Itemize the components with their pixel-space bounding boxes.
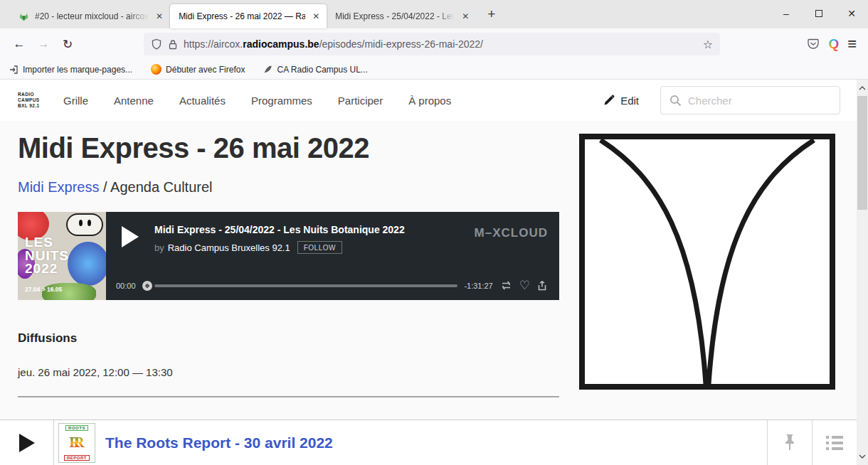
tab-title: Midi Express - 25/04/2022 - Les Nuit: [335, 11, 455, 21]
page-viewport: RADIO CAMPUS BXL 92.1 Grille Antenne Act…: [0, 80, 868, 465]
section-divider: [18, 396, 559, 397]
nav-item-antenne[interactable]: Antenne: [114, 95, 154, 107]
favorite-heart-icon[interactable]: ♡: [519, 279, 530, 292]
tab-strip: #20 - lecteur mixcloud - aircox ✕ Midi E…: [0, 0, 868, 28]
back-button[interactable]: ←: [7, 33, 31, 55]
diffusions-heading: Diffusions: [18, 331, 559, 346]
close-window-button[interactable]: ✕: [835, 0, 868, 27]
logo-line: RADIO: [18, 92, 51, 97]
new-tab-button[interactable]: +: [487, 6, 495, 22]
now-playing-title-link[interactable]: The Roots Report - 30 avril 2022: [105, 434, 333, 451]
tab-close-icon[interactable]: ✕: [312, 11, 319, 21]
bookmark-label: Débuter avec Firefox: [166, 65, 245, 75]
page-scrollbar[interactable]: [857, 80, 868, 465]
url-domain: radiocampus.be: [243, 38, 319, 50]
tab-close-icon[interactable]: ✕: [156, 11, 163, 21]
url-text[interactable]: https://aircox.radiocampus.be/episodes/m…: [184, 38, 697, 50]
playlist-button[interactable]: [812, 420, 857, 465]
bottom-player-bar: ROOTS R R REPORT The Roots Report - 30 a…: [0, 419, 857, 465]
nav-item-actualites[interactable]: Actualités: [179, 95, 226, 107]
program-logo-image: [579, 134, 835, 390]
bookmark-label: Importer les marque-pages...: [23, 65, 132, 75]
breadcrumb: Midi Express / Agenda Culturel: [18, 179, 559, 196]
mixcloud-channel-link[interactable]: Radio Campus Bruxelles 92.1: [168, 242, 290, 253]
scroll-down-arrow[interactable]: [857, 451, 868, 462]
tab-title: #20 - lecteur mixcloud - aircox: [35, 11, 149, 21]
mixcloud-play-button[interactable]: [122, 226, 139, 247]
logo-line: CAMPUS: [18, 97, 51, 103]
thumbnail-monogram: R R: [69, 435, 84, 450]
search-input[interactable]: [688, 95, 831, 107]
address-bar[interactable]: https://aircox.radiocampus.be/episodes/m…: [144, 33, 720, 55]
thumbnail-top-label: ROOTS: [65, 425, 88, 431]
nav-item-participer[interactable]: Participer: [338, 95, 383, 107]
edit-button[interactable]: Edit: [603, 95, 639, 107]
breadcrumb-separator: /: [103, 179, 107, 195]
bookmark-ca-radio-campus[interactable]: CA Radio Campus UL...: [263, 65, 367, 75]
reload-button[interactable]: ↻: [55, 33, 80, 55]
by-label: by: [154, 242, 164, 253]
tab-midi-express-26-mai[interactable]: Midi Express - 26 mai 2022 — Radio ✕: [170, 4, 327, 28]
page-content: Midi Express - 26 mai 2022 Midi Express …: [0, 121, 868, 397]
bookmark-import[interactable]: Importer les marque-pages...: [9, 65, 132, 75]
bookmark-label: CA Radio Campus UL...: [277, 65, 367, 75]
pin-button[interactable]: [767, 420, 812, 465]
cloud-eye: [88, 220, 91, 226]
site-nav: Grille Antenne Actualités Programmes Par…: [63, 95, 451, 107]
scrollbar-thumb[interactable]: [857, 96, 867, 210]
tab-midi-express-25-04[interactable]: Midi Express - 25/04/2022 - Les Nuit ✕: [327, 4, 476, 28]
play-button[interactable]: [19, 434, 35, 452]
main-column: Midi Express - 26 mai 2022 Midi Express …: [18, 121, 559, 397]
search-box[interactable]: [660, 86, 840, 114]
page-title: Midi Express - 26 mai 2022: [18, 132, 559, 164]
artwork-dates: 27.04 > 16.05: [25, 286, 62, 293]
minimize-button[interactable]: –: [770, 0, 803, 27]
browser-toolbar: ← → ↻ https://aircox.radiocampus.be/epis…: [0, 28, 868, 60]
feather-icon: [263, 65, 272, 74]
player-actions: [767, 420, 857, 465]
nav-item-a-propos[interactable]: À propos: [408, 95, 451, 107]
mixcloud-logo[interactable]: M–XCLOUD: [475, 226, 548, 240]
edit-label: Edit: [620, 95, 639, 107]
lock-icon[interactable]: [168, 39, 178, 50]
right-column: [579, 121, 835, 397]
diffusion-schedule: jeu. 26 mai 2022, 12:00 — 13:30: [18, 366, 559, 378]
scroll-up-arrow[interactable]: [857, 82, 868, 94]
artwork-cloud-character: [66, 213, 103, 236]
q-extension-icon[interactable]: Q: [828, 36, 839, 52]
nav-item-programmes[interactable]: Programmes: [251, 95, 312, 107]
seek-handle[interactable]: [142, 281, 152, 291]
forward-button[interactable]: →: [31, 33, 55, 55]
site-logo[interactable]: RADIO CAMPUS BXL 92.1: [18, 92, 51, 109]
time-elapsed: 00:00: [116, 282, 136, 290]
mixcloud-progress-row: 00:00 -1:31:27 ♡: [116, 279, 548, 292]
nav-item-grille[interactable]: Grille: [63, 95, 88, 107]
maximize-button[interactable]: [803, 0, 835, 27]
player-play-area: [0, 434, 53, 452]
follow-button[interactable]: FOLLOW: [297, 241, 342, 254]
bookmark-firefox-start[interactable]: Débuter avec Firefox: [151, 64, 245, 75]
artwork-title-line: 2022: [25, 262, 69, 276]
mixcloud-embed: LES NUITS 2022 27.04 > 16.05 Midi Expres…: [18, 212, 559, 300]
artwork-title: LES NUITS 2022: [25, 236, 69, 276]
thumbnail-bottom-label: REPORT: [64, 455, 90, 461]
pocket-icon[interactable]: [807, 38, 820, 50]
shield-icon[interactable]: [151, 38, 162, 50]
progress-bar[interactable]: [154, 284, 458, 287]
bookmark-star-icon[interactable]: ☆: [703, 38, 713, 51]
gitlab-icon: [18, 11, 29, 22]
breadcrumb-category: Agenda Culturel: [110, 179, 212, 195]
time-remaining: -1:31:27: [464, 282, 492, 290]
import-icon: [9, 65, 18, 75]
track-thumbnail[interactable]: ROOTS R R REPORT: [58, 423, 95, 463]
breadcrumb-program-link[interactable]: Midi Express: [18, 179, 99, 195]
share-icon[interactable]: [536, 279, 548, 292]
tab-mixcloud-issue[interactable]: #20 - lecteur mixcloud - aircox ✕: [10, 4, 170, 28]
cloud-eye: [79, 220, 83, 226]
hamburger-menu-icon[interactable]: ≡: [847, 35, 857, 53]
repost-icon[interactable]: [499, 279, 513, 292]
tab-close-icon[interactable]: ✕: [462, 11, 469, 21]
logo-line: BXL 92.1: [18, 103, 51, 109]
bookmarks-bar: Importer les marque-pages... Débuter ave…: [0, 60, 868, 80]
mixcloud-track-title[interactable]: Midi Express - 25/04/2022 - Les Nuits Bo…: [154, 224, 405, 235]
